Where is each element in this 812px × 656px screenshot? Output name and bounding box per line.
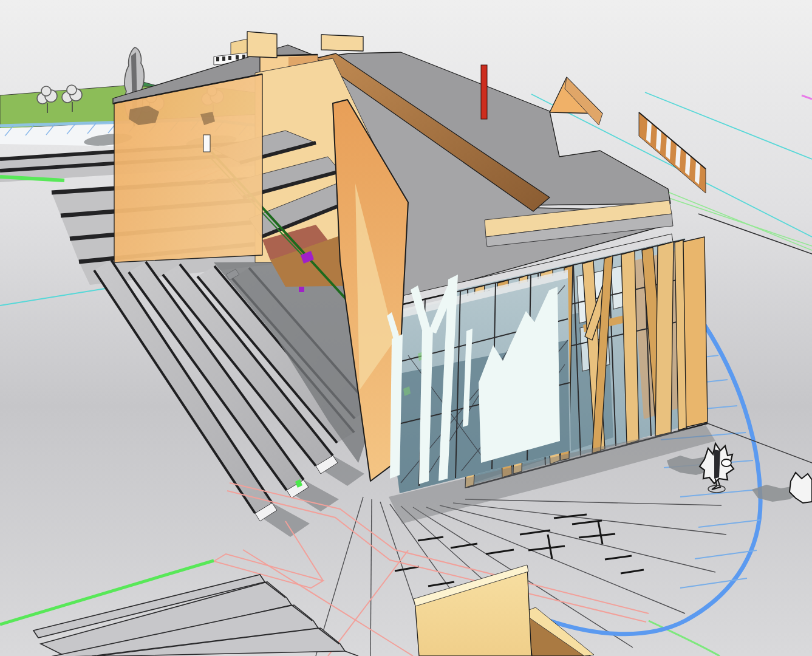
purple-marker [299, 287, 304, 292]
left-orange-wall [114, 74, 262, 262]
3d-scene [0, 0, 812, 656]
facade-fin [655, 242, 674, 436]
wall-door [203, 135, 210, 152]
corner-pilaster [683, 237, 708, 427]
roof-box [247, 32, 277, 58]
roof-box [321, 35, 363, 51]
red-post [481, 65, 487, 119]
model-viewport[interactable] [0, 0, 812, 656]
